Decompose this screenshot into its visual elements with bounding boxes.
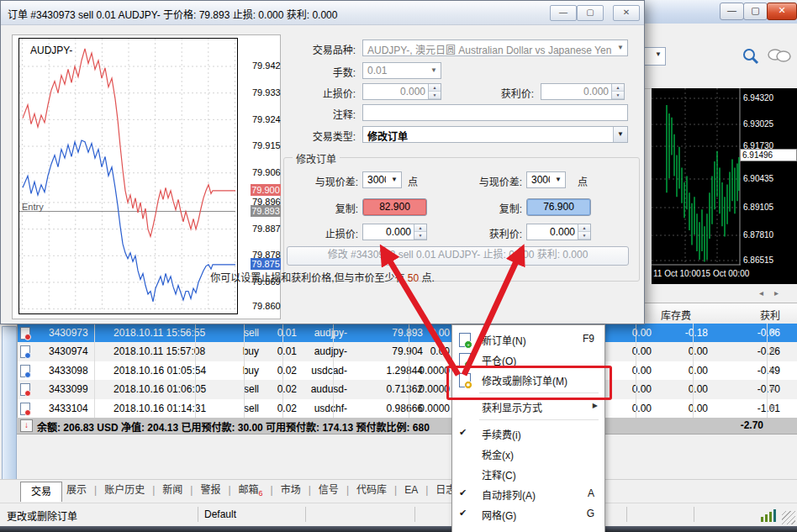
spin-down-icon[interactable]: ▼ — [612, 92, 624, 99]
modify-takeprofit-spinner[interactable]: 0.000 ▲▼ — [526, 224, 591, 240]
cell-symbol: audjpy- — [303, 327, 347, 339]
profile-name[interactable]: Default — [204, 508, 236, 520]
tab-信号[interactable]: 信号 — [311, 480, 346, 500]
comment-input[interactable] — [362, 104, 628, 121]
spin-up-icon[interactable]: ▲ — [612, 84, 624, 92]
tab-label: 邮箱 — [239, 484, 259, 496]
diff-combobox-sl[interactable]: 3000 ▼ — [362, 171, 402, 188]
copy-sell-price-button[interactable]: 82.900 — [362, 198, 427, 216]
cell-symbol: usdcad- — [303, 365, 347, 377]
main-minimize-button[interactable]: — — [720, 3, 744, 20]
table-grid-line — [767, 324, 768, 418]
cell-type: buy — [214, 365, 259, 377]
tab-展示[interactable]: 展示 — [59, 480, 94, 500]
tab-市场[interactable]: 市场 — [273, 480, 309, 500]
scroll-left-icon[interactable]: ◂ — [759, 288, 763, 298]
chevron-down-icon: ▼ — [614, 40, 627, 55]
chart-hscrollbar[interactable]: ◂ ▸ — [644, 286, 797, 303]
spin-up-icon[interactable]: ▲ — [578, 224, 590, 232]
column-header-profit[interactable]: 获利 — [696, 308, 780, 322]
menu-item-新订单N[interactable]: +新订单(N)F9 — [452, 329, 604, 350]
order-dot — [24, 334, 31, 340]
cell-order: 3430974 — [49, 345, 108, 357]
cell-sl: 0.00 — [404, 327, 450, 339]
comments-icon[interactable] — [767, 48, 792, 65]
copy-buy-price-button[interactable]: 76.900 — [526, 198, 591, 216]
spin-up-icon[interactable]: ▲ — [429, 84, 441, 92]
menu-shortcut: A — [588, 487, 594, 499]
close-order-icon[interactable]: ✕ — [768, 327, 776, 338]
chart-symbol-label: AUDJPY- — [30, 45, 72, 56]
main-close-button[interactable]: ✕ — [767, 3, 797, 20]
cell-swap: -0.18 — [657, 327, 708, 339]
close-order-icon[interactable]: ✕ — [768, 345, 776, 356]
order-row-3430974[interactable]: 34309742018.10.11 15:57:08buy0.01audjpy-… — [17, 342, 797, 361]
tab-邮箱[interactable]: 邮箱6 — [231, 480, 271, 503]
time-axis-label: 15 Oct 00:00 — [701, 269, 749, 278]
cell-commission: 0.00 — [605, 403, 652, 414]
toolbar-dropdown[interactable]: ▼ — [642, 47, 666, 66]
spinner-buttons[interactable]: ▲▼ — [611, 84, 624, 99]
navigator-side-tab[interactable]: 导航 — [2, 326, 17, 504]
candlestick-chart[interactable]: 6.943206.930256.917306.904356.891056.878… — [652, 88, 797, 284]
main-maximize-button[interactable]: ▢ — [743, 3, 768, 20]
spin-down-icon[interactable]: ▼ — [578, 232, 590, 240]
comment-label: 注释: — [278, 107, 356, 121]
scroll-right-icon[interactable]: ▸ — [774, 288, 779, 298]
order-row-3430973[interactable]: 34309732018.10.11 15:56:55sell0.01audjpy… — [17, 324, 797, 342]
spinner-buttons[interactable]: ▲▼ — [414, 224, 426, 240]
cell-swap: 0.00 — [657, 345, 708, 357]
order-row-3433098[interactable]: 34330982018.10.16 01:05:54buy0.02usdcad-… — [17, 361, 797, 380]
spin-up-icon[interactable]: ▲ — [414, 224, 426, 232]
cell-lots: 0.02 — [262, 383, 297, 395]
modify-order-button[interactable]: 修改 #3430973 sell 0.01 AUDJPY- 止损: 0.000 … — [287, 246, 629, 266]
lots-combobox[interactable]: 0.01 ▼ — [362, 62, 441, 79]
tab-账户历史[interactable]: 账户历史 — [97, 480, 152, 500]
dialog-close-button[interactable]: ✕ — [613, 5, 640, 21]
balance-summary: 余额: 206.83 USD 净值: 204.13 已用预付款: 30.00 可… — [37, 419, 430, 434]
tab-警报[interactable]: 警报 — [193, 480, 228, 500]
spinner-buttons[interactable]: ▲▼ — [578, 224, 590, 240]
tab-新闻[interactable]: 新闻 — [155, 480, 190, 500]
annotation-highlight-rect — [446, 366, 612, 400]
resize-grip[interactable] — [782, 511, 795, 524]
symbol-combobox[interactable]: AUDJPY-, 澳元日圆 Australian Dollar vs Japan… — [362, 40, 628, 56]
order-row-3433104[interactable]: 34331042018.10.16 01:14:31sell0.02usdchf… — [17, 399, 797, 418]
menu-item-网格G[interactable]: ✔网格(G)G — [452, 504, 604, 524]
menu-item-税金x[interactable]: 税金(x) — [452, 444, 604, 464]
price-axis-label: 6.93025 — [743, 119, 773, 129]
tab-代码库[interactable]: 代码库 — [349, 480, 394, 500]
dialog-titlebar[interactable]: 订单 #3430973 sell 0.01 AUDJPY- 于价格: 79.89… — [1, 1, 644, 25]
dialog-maximize-button[interactable]: ▢ — [577, 5, 604, 21]
cell-lots: 0.02 — [262, 403, 297, 414]
cell-sl: 0.0000 — [404, 403, 450, 414]
spinner-buttons[interactable]: ▲▼ — [428, 84, 441, 99]
spin-down-icon[interactable]: ▼ — [429, 92, 441, 99]
trade-type-label: 交易类型: — [278, 129, 356, 143]
trade-type-combobox[interactable]: 修改订单 ▼ — [362, 126, 628, 143]
hint-text: 你可以设置止损和获利价格,但与市价至少有 — [210, 272, 408, 284]
menu-item-自动排列A[interactable]: ✔自动排列(A)A — [452, 484, 604, 504]
cell-order: 3433104 — [49, 403, 108, 414]
menu-item-注释C[interactable]: 注释(C) — [452, 464, 604, 484]
order-type-buy-icon — [20, 345, 30, 358]
table-grid-line — [333, 324, 334, 418]
dialog-minimize-button[interactable]: — — [550, 5, 577, 21]
diff-combobox-tp[interactable]: 3000 ▼ — [526, 171, 566, 188]
order-dialog: 订单 #3430973 sell 0.01 AUDJPY- 于价格: 79.89… — [0, 0, 645, 324]
search-icon[interactable] — [742, 47, 760, 66]
close-order-icon[interactable]: ✕ — [768, 383, 776, 394]
menu-item-label: 注释(C) — [482, 467, 516, 482]
takeprofit-spinner[interactable]: 0.000 ▲▼ — [541, 83, 625, 100]
tab-trade[interactable]: 交易 — [20, 482, 62, 502]
spin-down-icon[interactable]: ▼ — [414, 232, 426, 240]
stoploss-spinner[interactable]: 0.000 ▲▼ — [362, 83, 441, 100]
menu-item-手续费i[interactable]: ✔手续费(i) — [452, 424, 604, 444]
close-order-icon[interactable]: ✕ — [768, 403, 776, 413]
modify-stoploss-spinner[interactable]: 0.000 ▲▼ — [362, 224, 427, 240]
status-message: 更改或删除订单 — [7, 508, 77, 523]
order-row-3433099[interactable]: 34330992018.10.16 01:06:05sell0.02audusd… — [17, 380, 797, 398]
close-order-icon[interactable]: ✕ — [768, 365, 776, 376]
order-type-sell-icon — [20, 403, 30, 415]
tab-EA[interactable]: EA — [397, 480, 425, 500]
